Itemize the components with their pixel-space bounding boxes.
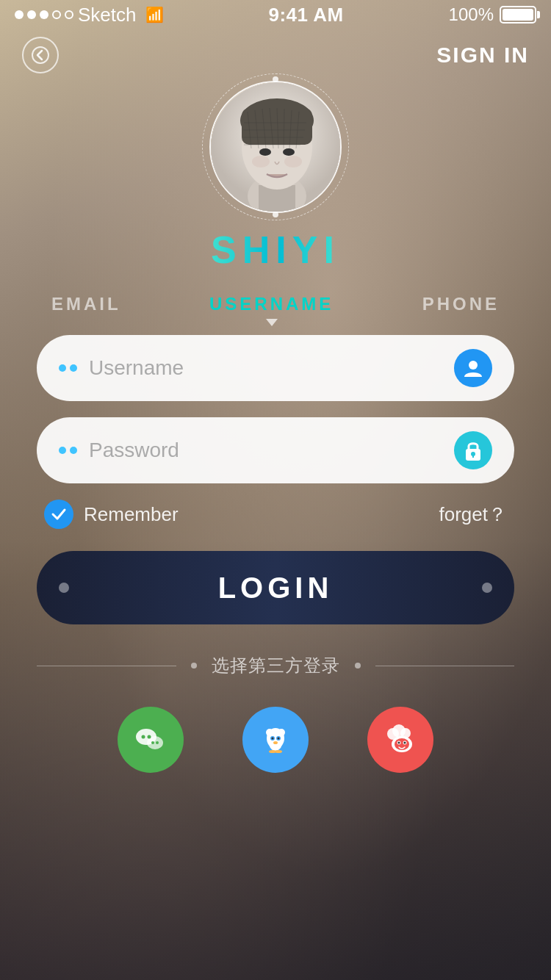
- username-input-group: Username: [37, 335, 514, 401]
- divider-line-right: [375, 666, 515, 666]
- svg-point-34: [156, 741, 159, 744]
- svg-point-33: [151, 741, 154, 744]
- svg-rect-8: [242, 108, 312, 145]
- remember-section: Remember: [44, 500, 179, 529]
- status-right: 100%: [449, 4, 536, 25]
- divider-dot-right: [355, 663, 361, 669]
- svg-point-21: [259, 148, 271, 156]
- password-input-group: Password: [37, 417, 514, 483]
- back-button[interactable]: [22, 37, 59, 73]
- avatar-container: [209, 81, 342, 213]
- third-party-label: 选择第三方登录: [212, 654, 340, 677]
- svg-point-37: [266, 729, 273, 736]
- svg-point-41: [272, 738, 274, 740]
- svg-point-38: [278, 729, 285, 736]
- signal-dot-3: [40, 10, 48, 19]
- options-row: Remember forget？: [37, 500, 514, 529]
- divider-dot-left: [191, 663, 197, 669]
- status-bar: Sketch 📶 9:41 AM 100%: [0, 0, 551, 29]
- remember-label: Remember: [84, 503, 179, 526]
- password-dot-1: [59, 447, 66, 454]
- qq-login-button[interactable]: [242, 707, 309, 773]
- wechat-login-button[interactable]: [118, 707, 184, 773]
- svg-point-25: [469, 361, 478, 370]
- password-placeholder: Password: [89, 439, 442, 462]
- password-dot-2: [70, 447, 77, 454]
- login-btn-dot-right: [482, 583, 492, 593]
- svg-point-0: [32, 47, 48, 63]
- avatar-inner-ring: [209, 81, 342, 213]
- third-party-divider: 选择第三方登录: [37, 654, 514, 677]
- divider-line-left: [37, 666, 176, 666]
- status-left: Sketch 📶: [15, 4, 164, 26]
- user-icon: [454, 349, 492, 387]
- main-content: SHIYI EMAIL USERNAME PHONE Username: [0, 81, 551, 773]
- status-time: 9:41 AM: [268, 4, 343, 26]
- battery-fill: [503, 9, 533, 21]
- login-type-tabs: EMAIL USERNAME PHONE: [37, 294, 514, 320]
- svg-rect-28: [472, 454, 474, 458]
- social-login-row: [118, 707, 433, 773]
- signal-dot-1: [15, 10, 24, 19]
- forget-password-link[interactable]: forget？: [439, 502, 508, 527]
- tab-email[interactable]: EMAIL: [51, 294, 121, 320]
- svg-point-23: [252, 156, 270, 167]
- svg-point-43: [273, 741, 278, 744]
- input-dots: [59, 364, 77, 372]
- login-label: LOGIN: [218, 572, 334, 605]
- sign-in-button[interactable]: SIGN IN: [436, 43, 529, 68]
- svg-point-50: [400, 728, 411, 738]
- login-button[interactable]: LOGIN: [37, 551, 514, 624]
- svg-point-54: [404, 742, 406, 744]
- avatar-photo: [211, 82, 340, 212]
- input-dot-1: [59, 364, 66, 372]
- battery-bar: [500, 6, 536, 24]
- avatar-dot-bottom: [273, 212, 278, 217]
- tab-active-indicator: [266, 319, 278, 326]
- username-field[interactable]: Username: [37, 335, 514, 401]
- svg-point-22: [283, 148, 295, 156]
- weibo-login-button[interactable]: [367, 707, 433, 773]
- remember-checkbox[interactable]: [44, 500, 73, 529]
- profile-username: SHIYI: [211, 228, 340, 272]
- app-name: Sketch: [78, 4, 137, 26]
- battery-indicator: [500, 6, 536, 24]
- svg-point-53: [398, 742, 400, 744]
- svg-point-42: [278, 738, 280, 740]
- wifi-icon: 📶: [145, 6, 164, 24]
- signal-dot-4: [52, 10, 61, 19]
- svg-point-24: [284, 156, 302, 167]
- tab-phone[interactable]: PHONE: [422, 294, 500, 320]
- battery-percent: 100%: [449, 4, 494, 25]
- login-btn-dot-left: [59, 583, 69, 593]
- signal-dot-5: [65, 10, 73, 19]
- svg-point-32: [148, 735, 151, 739]
- signal-dot-2: [27, 10, 36, 19]
- tab-username[interactable]: USERNAME: [209, 294, 334, 320]
- signal-dots: [15, 10, 73, 19]
- password-field[interactable]: Password: [37, 417, 514, 483]
- lock-icon: [454, 431, 492, 469]
- svg-point-45: [275, 750, 282, 753]
- username-placeholder: Username: [89, 356, 442, 380]
- password-dots: [59, 447, 77, 454]
- svg-point-31: [142, 735, 145, 739]
- input-dot-2: [70, 364, 77, 372]
